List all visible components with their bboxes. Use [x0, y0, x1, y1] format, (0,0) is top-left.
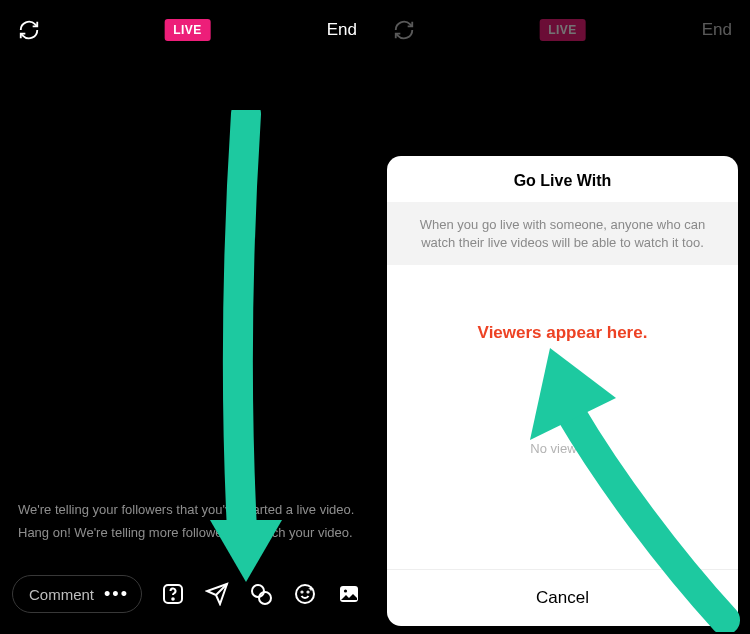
sheet-title: Go Live With	[387, 156, 738, 202]
live-badge: LIVE	[164, 19, 211, 41]
sheet-body: Viewers appear here. No viewers	[387, 265, 738, 569]
bottom-toolbar: Comment •••	[12, 572, 363, 616]
gallery-icon[interactable]	[336, 581, 362, 607]
top-bar: LIVE End	[375, 0, 750, 60]
face-filter-icon[interactable]	[292, 581, 318, 607]
svg-point-2	[252, 585, 264, 597]
refresh-icon[interactable]	[393, 19, 415, 41]
sheet-subheading: When you go live with someone, anyone wh…	[387, 202, 738, 265]
top-bar: LIVE End	[0, 0, 375, 60]
svg-point-3	[259, 592, 271, 604]
live-screen-go-live-with-sheet: LIVE End Go Live With When you go live w…	[375, 0, 750, 634]
svg-point-6	[307, 591, 308, 592]
viewers-annotation: Viewers appear here.	[387, 323, 738, 343]
svg-point-1	[172, 598, 174, 600]
end-button[interactable]: End	[702, 20, 732, 40]
go-live-with-icon[interactable]	[248, 581, 274, 607]
live-badge: LIVE	[539, 19, 586, 41]
cancel-button[interactable]: Cancel	[387, 569, 738, 626]
comment-input[interactable]: Comment •••	[12, 575, 142, 613]
status-line: We're telling your followers that you've…	[18, 501, 357, 519]
svg-point-8	[344, 589, 347, 592]
end-button[interactable]: End	[327, 20, 357, 40]
svg-point-5	[301, 591, 302, 592]
live-screen-before: LIVE End We're telling your followers th…	[0, 0, 375, 634]
more-icon[interactable]: •••	[104, 590, 129, 599]
question-icon[interactable]	[160, 581, 186, 607]
comment-placeholder: Comment	[29, 586, 94, 603]
refresh-icon[interactable]	[18, 19, 40, 41]
go-live-with-sheet: Go Live With When you go live with someo…	[387, 156, 738, 626]
send-icon[interactable]	[204, 581, 230, 607]
status-text: We're telling your followers that you've…	[18, 501, 357, 548]
status-line: Hang on! We're telling more followers to…	[18, 524, 357, 542]
no-viewers-text: No viewers	[387, 441, 738, 456]
